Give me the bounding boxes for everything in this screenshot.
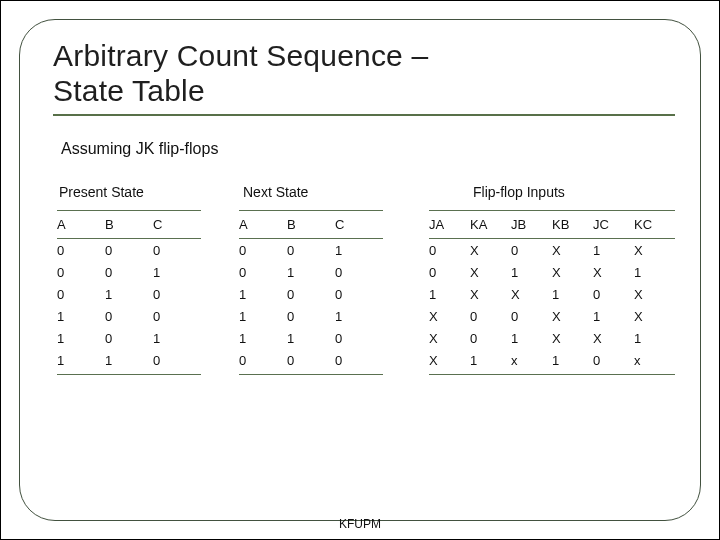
cell: 1 [470,349,511,374]
table-header-row: JA KA JB KB JC KC [429,211,675,239]
cell: 1 [239,283,287,305]
cell: X [511,283,552,305]
table-row: 001 [239,239,383,262]
col-header: KA [470,211,511,239]
title-line-1: Arbitrary Count Sequence – [53,39,428,72]
table-flipflop-inputs: JA KA JB KB JC KC 0X0X1X 0X1XX1 1XX10X X… [429,210,675,375]
table-next-state: A B C 001 010 100 101 110 000 [239,210,383,375]
cell: X [634,239,675,262]
table-row: 101 [239,305,383,327]
cell: 0 [105,305,153,327]
table-row: X01XX1 [429,327,675,349]
cell: 1 [153,327,201,349]
table-header-row: A B C [57,211,201,239]
cell: 0 [593,283,634,305]
table-row: 100 [57,305,201,327]
cell: 1 [593,239,634,262]
group-labels: Present State Next State Flip-flop Input… [53,184,675,200]
table-row: 0X1XX1 [429,261,675,283]
group-label-ff: Flip-flop Inputs [413,184,675,200]
table-row: 000 [57,239,201,262]
cell: X [552,239,593,262]
cell: 1 [57,349,105,374]
cell: X [470,239,511,262]
slide: Arbitrary Count Sequence – State Table A… [0,0,720,540]
table-row: 110 [57,349,201,374]
cell: x [511,349,552,374]
cell: 0 [57,283,105,305]
col-header: C [153,211,201,239]
cell: 0 [335,327,383,349]
cell: 0 [105,261,153,283]
cell: 1 [511,327,552,349]
cell: 1 [335,239,383,262]
table-row: X1x10x [429,349,675,374]
cell: 1 [335,305,383,327]
cell: X [552,261,593,283]
cell: 1 [57,327,105,349]
title-underline [53,114,675,116]
cell: X [593,261,634,283]
cell: 1 [105,349,153,374]
table-row: 1XX10X [429,283,675,305]
cell: 0 [287,239,335,262]
cell: 0 [57,239,105,262]
cell: 0 [335,283,383,305]
table-row: 101 [57,327,201,349]
col-header: JC [593,211,634,239]
cell: X [552,327,593,349]
col-header: C [335,211,383,239]
table-row: 000 [239,349,383,374]
table-row: 0X0X1X [429,239,675,262]
cell: 0 [105,327,153,349]
cell: 0 [429,261,470,283]
cell: X [634,305,675,327]
cell: 1 [287,327,335,349]
cell: 1 [634,327,675,349]
col-header: KB [552,211,593,239]
cell: 0 [429,239,470,262]
col-header: KC [634,211,675,239]
cell: x [634,349,675,374]
title-line-2: State Table [53,74,205,107]
col-header: B [287,211,335,239]
col-header: A [239,211,287,239]
cell: 0 [470,305,511,327]
cell: 0 [511,305,552,327]
tables-wrapper: A B C 000 001 010 100 101 110 A B C [53,210,675,375]
cell: 0 [239,349,287,374]
table-row: X00X1X [429,305,675,327]
cell: 0 [239,261,287,283]
cell: 0 [287,349,335,374]
col-header: JA [429,211,470,239]
cell: 0 [57,261,105,283]
cell: 0 [153,349,201,374]
cell: 0 [511,239,552,262]
cell: 1 [105,283,153,305]
cell: X [470,261,511,283]
cell: X [429,327,470,349]
cell: 1 [552,349,593,374]
cell: X [634,283,675,305]
cell: X [593,327,634,349]
cell: X [429,305,470,327]
cell: 0 [470,327,511,349]
footer: KFUPM [1,517,719,531]
table-header-row: A B C [239,211,383,239]
cell: X [552,305,593,327]
cell: 1 [287,261,335,283]
cell: 1 [634,261,675,283]
cell: 0 [153,239,201,262]
subtitle: Assuming JK flip-flops [61,140,675,158]
cell: 1 [57,305,105,327]
col-header: B [105,211,153,239]
cell: 0 [335,349,383,374]
cell: 1 [153,261,201,283]
slide-title: Arbitrary Count Sequence – State Table [53,39,675,108]
col-header: A [57,211,105,239]
cell: 0 [239,239,287,262]
cell: 1 [239,327,287,349]
content-area: Arbitrary Count Sequence – State Table A… [1,1,719,539]
cell: 1 [511,261,552,283]
cell: 0 [287,305,335,327]
